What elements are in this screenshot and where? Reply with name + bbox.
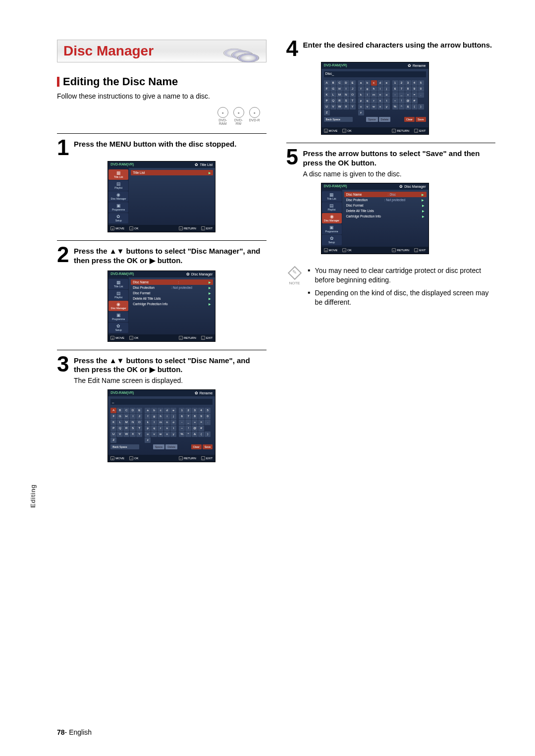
kb-key: Z [324, 110, 330, 115]
kb-key: T [136, 426, 142, 431]
kb-key: D [343, 80, 349, 86]
kb-key: K [110, 420, 116, 425]
kb-key: C [337, 80, 343, 86]
kb-key: F [324, 86, 330, 92]
kb-key: u [145, 432, 151, 437]
kb-key [185, 437, 191, 443]
kb-key: r [158, 426, 163, 431]
kb-key: U [324, 104, 330, 109]
kb-key: S [343, 98, 349, 104]
kb-key [365, 110, 371, 115]
kb-key: . [418, 92, 424, 98]
step-number: 5 [286, 148, 300, 178]
keyboard-symbols: 1234567890-_+=.~!@#%^&() [179, 408, 211, 443]
kb-key: G [330, 86, 336, 92]
kb-key: Q [117, 426, 123, 431]
kb-key: ^ [399, 104, 405, 109]
kb-key: i [164, 414, 170, 419]
side-tab-editing: Editing [29, 484, 37, 508]
screenshot-step-5: DVD-RAM(VR) ✿Disc Manager ▦Title List ▤P… [321, 183, 429, 254]
kb-key: l [151, 420, 157, 425]
kb-key [130, 437, 136, 443]
kb-key [350, 110, 356, 115]
disc-type-icons: ●DVD-RAM ●DVD-RW ●DVD-R [57, 107, 262, 125]
kb-key: @ [405, 98, 411, 104]
gear-icon: ✿ [195, 391, 198, 395]
step-5: 5 Press the arrow buttons to select "Sav… [286, 148, 496, 178]
kb-key: ~ [179, 426, 185, 431]
kb-key [117, 437, 123, 443]
kb-key: k [145, 420, 151, 425]
kb-key: 9 [412, 86, 418, 92]
section-heading: Editing the Disc Name [57, 75, 267, 88]
kb-key [330, 110, 336, 115]
note-icon: NOTE [286, 266, 303, 285]
kb-key: 8 [192, 414, 198, 419]
rename-input: _ [110, 399, 213, 405]
disc-icon: ● [249, 107, 260, 118]
kb-key: U [110, 432, 116, 437]
kb-key: N [343, 92, 349, 98]
kb-key: J [136, 414, 142, 419]
kb-key [170, 437, 176, 443]
kb-key: p [358, 98, 364, 104]
kb-key: H [123, 414, 129, 419]
kb-key: I [343, 86, 349, 92]
kb-key: v [151, 432, 157, 437]
kb-key: 5 [205, 408, 211, 413]
kb-key: c [371, 80, 377, 86]
kb-key: 5 [418, 80, 424, 86]
step-text: Press the MENU button with the disc stop… [74, 139, 236, 156]
kb-key: _ [399, 92, 405, 98]
gear-icon: ✿ [408, 63, 411, 68]
kb-key: x [377, 104, 383, 109]
kb-key: v [365, 104, 371, 109]
step-text: Enter the desired characters using the a… [303, 40, 492, 57]
kb-key: T [350, 98, 356, 104]
kb-key: m [371, 92, 377, 98]
keyboard-upper: ABCDEFGHIJKLMNOPQRSTUVWXYZ [110, 408, 142, 443]
kb-key: Y [350, 104, 356, 109]
space-button: Space [366, 117, 378, 122]
kb-key: q [365, 98, 371, 104]
kb-key: 0 [205, 414, 211, 419]
kb-key: n [164, 420, 170, 425]
keyboard-lower: abcdefghijklmnopqrstuvwxyz [145, 408, 176, 443]
kb-key: ) [418, 104, 424, 109]
kb-key [164, 437, 170, 443]
kb-key: ! [185, 426, 191, 431]
kb-key [205, 437, 211, 443]
kb-key: L [117, 420, 123, 425]
disc-stack-graphic [223, 42, 263, 60]
kb-key: V [117, 432, 123, 437]
kb-key: a [145, 408, 151, 413]
kb-key [151, 437, 157, 443]
kb-key: I [130, 414, 136, 419]
kb-key: N [130, 420, 136, 425]
kb-key: r [371, 98, 377, 104]
kb-key: P [324, 98, 330, 104]
kb-key: 6 [392, 86, 398, 92]
kb-key: w [371, 104, 377, 109]
kb-key: W [337, 104, 343, 109]
backspace-button: Back Space [324, 117, 353, 122]
kb-key: 6 [179, 414, 185, 419]
kb-key [399, 110, 405, 115]
kb-key: = [412, 92, 418, 98]
kb-key: S [130, 426, 136, 431]
step-4: 4 Enter the desired characters using the… [286, 40, 496, 57]
kb-key: e [170, 408, 176, 413]
kb-key: K [324, 92, 330, 98]
note-item: You may need to clear cartridge protect … [308, 266, 496, 285]
kb-key: 7 [185, 414, 191, 419]
screenshot-step-2: DVD-RAM(VR) ✿Disc Manager ▦Title List ▤P… [107, 270, 215, 342]
kb-key: 7 [399, 86, 405, 92]
screen-footer: ✥MOVE ⏎OK ↶RETURN ⎋EXIT [108, 225, 215, 232]
kb-key: W [123, 432, 129, 437]
kb-key: n [377, 92, 383, 98]
kb-key: M [123, 420, 129, 425]
note-item: Depending on the kind of disc, the displ… [308, 288, 496, 307]
kb-key: R [337, 98, 343, 104]
page-title: Disc Manager [63, 43, 154, 58]
gear-icon: ✿ [399, 184, 403, 189]
